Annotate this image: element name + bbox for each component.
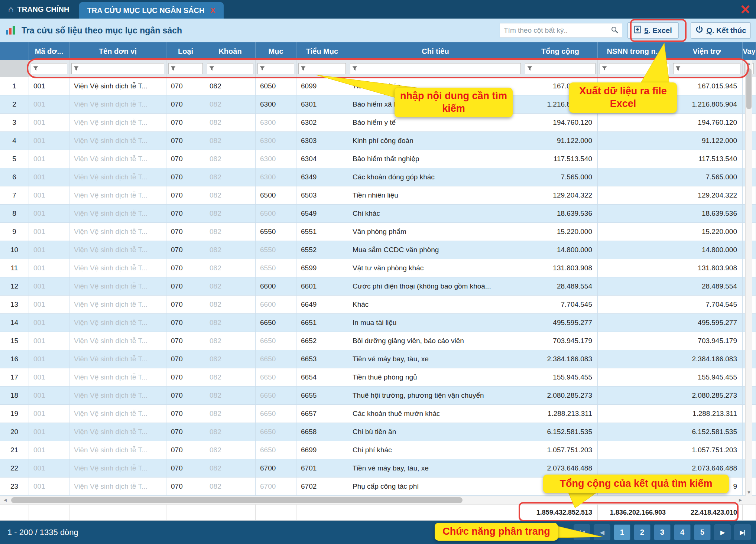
vertical-scrollbar-thumb[interactable] — [746, 68, 752, 109]
table-row-17[interactable]: 17001Viện Vệ sinh dịch tễ T...0700826650… — [0, 368, 756, 387]
cell-khoan: 082 — [205, 387, 256, 405]
column-header-5[interactable]: Tiểu Mục — [296, 42, 348, 60]
column-header-3[interactable]: Khoản — [205, 42, 256, 60]
table-row-21[interactable]: 21001Viện Vệ sinh dịch tễ T...0700826650… — [0, 441, 756, 459]
cell-stt: 21 — [0, 441, 29, 459]
cell-ma: 001 — [29, 296, 69, 314]
cell-ten: Viện Vệ sinh dịch tễ T... — [69, 77, 166, 95]
cell-vien_tro: 1.288.213.311 — [671, 405, 743, 423]
table-row-7[interactable]: 7001Viện Vệ sinh dịch tễ T...07008265006… — [0, 186, 756, 205]
pager-prev-button[interactable]: ◀ — [594, 524, 610, 540]
filter-input-6[interactable] — [359, 65, 519, 72]
pager-page-5[interactable]: 5 — [694, 524, 711, 540]
filter-icon[interactable] — [209, 66, 214, 71]
cell-ten: Viện Vệ sinh dịch tễ T... — [69, 241, 166, 259]
cell-muc: 6500 — [256, 186, 296, 205]
column-header-2[interactable]: Loại — [166, 42, 205, 60]
cell-tong_cong: 7.704.545 — [523, 296, 598, 314]
vertical-scrollbar[interactable]: ▲ ▼ — [745, 60, 752, 496]
table-row-12[interactable]: 12001Viện Vệ sinh dịch tễ T...0700826600… — [0, 277, 756, 296]
excel-export-button[interactable]: 5. Excel — [627, 22, 679, 39]
pager-page-1[interactable]: 1 — [614, 524, 630, 540]
filter-icon[interactable] — [171, 66, 176, 71]
search-icon[interactable] — [611, 26, 618, 35]
column-header-0[interactable]: Mã đơ... — [29, 42, 69, 60]
filter-icon[interactable] — [675, 66, 681, 71]
filter-icon[interactable] — [260, 66, 265, 71]
pager-page-2[interactable]: 2 — [634, 524, 650, 540]
cell-tong_cong: 1.288.213.311 — [523, 405, 598, 423]
scroll-right-icon[interactable]: ► — [736, 496, 745, 504]
filter-input-8[interactable] — [609, 65, 667, 72]
filter-icon[interactable] — [352, 66, 357, 71]
cell-stt: 10 — [0, 241, 29, 259]
cell-vien_tro: 1.057.751.203 — [671, 441, 743, 459]
end-button[interactable]: Q. Kết thúc — [691, 22, 751, 39]
filter-input-9[interactable] — [682, 65, 738, 72]
totals-footer: 1.859.432.852.5131.836.202.166.90322.418… — [0, 504, 756, 521]
cell-stt: 12 — [0, 277, 29, 296]
filter-input-3[interactable] — [216, 65, 251, 72]
filter-icon[interactable] — [602, 66, 607, 71]
tab-budget-lookup[interactable]: TRA CỨU MỤC LỤC NGÂN SÁCH X — [79, 2, 224, 19]
scroll-down-icon[interactable]: ▼ — [746, 490, 752, 495]
horizontal-scrollbar[interactable]: ◄ ► — [0, 496, 756, 504]
cell-tieu_muc: 6302 — [296, 114, 348, 132]
table-row-9[interactable]: 9001Viện Vệ sinh dịch tễ T...07008265506… — [0, 223, 756, 241]
table-row-18[interactable]: 18001Viện Vệ sinh dịch tễ T...0700826650… — [0, 387, 756, 405]
filter-cell-rownum — [0, 60, 29, 77]
pager-page-3[interactable]: 3 — [654, 524, 671, 540]
tab-home[interactable]: ⌂ TRANG CHÍNH — [0, 0, 78, 19]
table-row-10[interactable]: 10001Viện Vệ sinh dịch tễ T...0700826550… — [0, 241, 756, 259]
table-row-4[interactable]: 4001Viện Vệ sinh dịch tễ T...07008263006… — [0, 132, 756, 150]
cell-chi_tieu: Kinh phí công đoàn — [348, 132, 523, 150]
filter-icon[interactable] — [33, 66, 38, 71]
filter-row — [0, 60, 756, 77]
column-header-8[interactable]: NSNN trong n... — [598, 42, 671, 60]
column-header-10[interactable]: Vay — [743, 42, 756, 60]
filter-input-0[interactable] — [40, 65, 65, 72]
table-row-15[interactable]: 15001Viện Vệ sinh dịch tễ T...0700826650… — [0, 332, 756, 350]
search-input[interactable] — [504, 26, 609, 35]
horizontal-scrollbar-thumb[interactable] — [11, 497, 463, 503]
cell-stt: 16 — [0, 350, 29, 368]
cell-chi_tieu: Các khoản thuê mướn khác — [348, 405, 523, 423]
cell-chi_tieu: Tiền vé máy bay, tàu, xe — [348, 350, 523, 368]
filter-icon[interactable] — [301, 66, 306, 71]
pager-last-button[interactable]: ▶| — [734, 524, 751, 540]
pager-next-button[interactable]: ▶ — [714, 524, 731, 540]
table-row-11[interactable]: 11001Viện Vệ sinh dịch tễ T...0700826550… — [0, 259, 756, 277]
column-header-1[interactable]: Tên đơn vị — [69, 42, 166, 60]
column-header-6[interactable]: Chỉ tiêu — [348, 42, 523, 60]
cell-nsnn — [598, 368, 671, 387]
filter-input-2[interactable] — [178, 65, 201, 72]
total-ten — [69, 504, 166, 521]
table-row-14[interactable]: 14001Viện Vệ sinh dịch tễ T...0700826650… — [0, 314, 756, 332]
filter-input-1[interactable] — [81, 65, 162, 72]
tab-close-icon[interactable]: X — [210, 6, 215, 15]
table-row-3[interactable]: 3001Viện Vệ sinh dịch tễ T...07008263006… — [0, 114, 756, 132]
table-row-19[interactable]: 19001Viện Vệ sinh dịch tễ T...0700826650… — [0, 405, 756, 423]
scroll-up-icon[interactable]: ▲ — [746, 61, 752, 66]
cell-tieu_muc: 6701 — [296, 459, 348, 478]
table-row-20[interactable]: 20001Viện Vệ sinh dịch tễ T...0700826650… — [0, 423, 756, 441]
table-row-13[interactable]: 13001Viện Vệ sinh dịch tễ T...0700826600… — [0, 296, 756, 314]
table-row-5[interactable]: 5001Viện Vệ sinh dịch tễ T...07008263006… — [0, 150, 756, 168]
filter-input-7[interactable] — [534, 65, 593, 72]
filter-icon[interactable] — [527, 66, 532, 71]
table-row-16[interactable]: 16001Viện Vệ sinh dịch tễ T...0700826650… — [0, 350, 756, 368]
table-row-6[interactable]: 6001Viện Vệ sinh dịch tễ T...07008263006… — [0, 168, 756, 186]
column-header-7[interactable]: Tổng cộng — [523, 42, 598, 60]
filter-input-4[interactable] — [267, 65, 292, 72]
table-row-8[interactable]: 8001Viện Vệ sinh dịch tễ T...07008265006… — [0, 205, 756, 223]
scroll-left-icon[interactable]: ◄ — [1, 496, 10, 504]
filter-input-5[interactable] — [308, 65, 344, 72]
cell-muc: 6650 — [256, 332, 296, 350]
pager-page-4[interactable]: 4 — [674, 524, 691, 540]
column-header-4[interactable]: Mục — [256, 42, 296, 60]
column-header-9[interactable]: Viện trợ — [671, 42, 743, 60]
pager-first-button[interactable]: |◀ — [574, 524, 590, 540]
window-close-icon[interactable]: × — [740, 1, 750, 18]
filter-icon[interactable] — [74, 66, 79, 71]
cell-ma: 001 — [29, 387, 69, 405]
